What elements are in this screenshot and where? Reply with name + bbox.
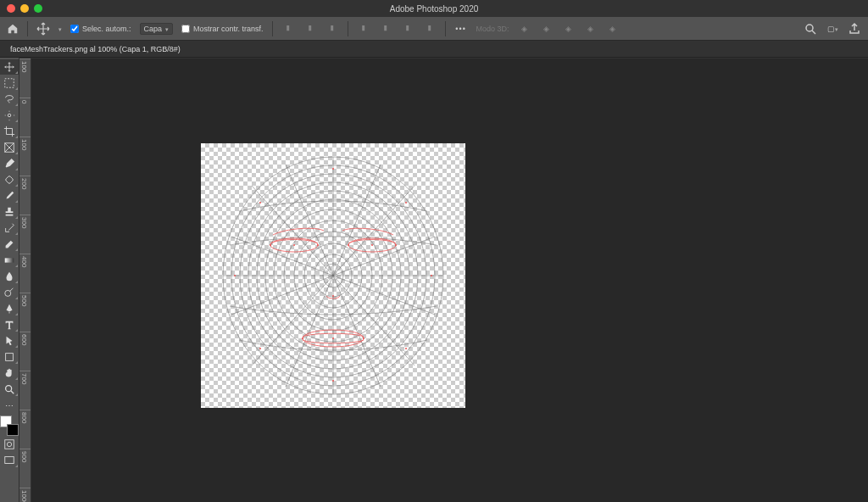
3d-icon-3: ◈ — [562, 22, 576, 36]
hand-tool[interactable] — [0, 365, 19, 381]
svg-point-6 — [5, 290, 11, 296]
svg-rect-4 — [5, 176, 14, 184]
svg-point-44 — [405, 348, 407, 349]
type-tool[interactable] — [0, 317, 19, 332]
move-tool[interactable] — [0, 59, 19, 75]
svg-point-2 — [8, 114, 11, 117]
auto-select-target[interactable]: Capa — [140, 23, 174, 35]
eyedropper-tool[interactable] — [0, 156, 19, 171]
svg-point-40 — [363, 337, 364, 339]
move-tool-icon — [36, 22, 50, 36]
svg-point-10 — [7, 442, 11, 446]
svg-point-30 — [431, 275, 432, 276]
svg-point-27 — [332, 168, 334, 170]
color-swatches[interactable] — [0, 416, 19, 436]
gradient-tool[interactable] — [0, 253, 19, 268]
svg-rect-7 — [6, 354, 14, 361]
svg-rect-9 — [5, 440, 14, 449]
marquee-tool[interactable] — [0, 75, 19, 91]
distribute-icon[interactable]: ⦀ — [423, 22, 437, 36]
path-select-tool[interactable] — [0, 333, 19, 349]
app-title: Adobe Photoshop 2020 — [0, 4, 868, 14]
brush-tool[interactable] — [0, 188, 19, 204]
align-middle-icon[interactable]: ⦀ — [379, 22, 392, 36]
3d-icon-1: ◈ — [518, 22, 531, 36]
lasso-tool[interactable] — [0, 92, 19, 107]
more-options-icon[interactable]: ••• — [454, 22, 468, 36]
share-icon[interactable] — [848, 22, 861, 36]
search-icon[interactable] — [804, 22, 817, 36]
blur-tool[interactable] — [0, 269, 19, 284]
svg-rect-11 — [5, 457, 14, 464]
quick-select-tool[interactable] — [0, 108, 19, 123]
crop-tool[interactable] — [0, 124, 19, 139]
home-icon[interactable] — [7, 23, 19, 35]
svg-point-28 — [332, 380, 334, 382]
show-transform-checkbox[interactable]: Mostrar contr. transf. — [181, 25, 264, 33]
eraser-tool[interactable] — [0, 237, 19, 252]
align-top-icon[interactable]: ⦀ — [357, 22, 370, 36]
3d-icon-5: ◈ — [606, 22, 620, 36]
quick-mask[interactable] — [0, 437, 19, 452]
healing-tool[interactable] — [0, 172, 19, 187]
align-bottom-icon[interactable]: ⦀ — [401, 22, 415, 36]
align-right-icon[interactable]: ⦀ — [326, 22, 339, 36]
zoom-tool[interactable] — [0, 382, 19, 397]
svg-point-33 — [332, 295, 334, 297]
screen-mode[interactable] — [0, 453, 19, 468]
svg-point-31 — [293, 244, 295, 246]
svg-point-43 — [259, 348, 261, 349]
history-brush-tool[interactable] — [0, 220, 19, 236]
svg-point-39 — [302, 337, 303, 339]
svg-point-38 — [395, 244, 397, 246]
svg-point-8 — [6, 386, 12, 392]
shape-tool[interactable] — [0, 349, 19, 365]
edit-toolbar[interactable]: ⋯ — [0, 398, 19, 413]
document-tab-bar: faceMeshTrackers.png al 100% (Capa 1, RG… — [0, 41, 868, 58]
svg-rect-1 — [5, 79, 14, 88]
svg-point-37 — [348, 244, 349, 246]
workspace-icon[interactable]: ▢ — [826, 22, 839, 36]
svg-point-35 — [270, 244, 271, 246]
svg-point-42 — [405, 202, 407, 204]
auto-select-checkbox[interactable]: Selec. autom.: — [70, 25, 131, 33]
titlebar: Adobe Photoshop 2020 — [0, 0, 868, 17]
viewport[interactable] — [31, 59, 868, 502]
tools-panel: ⋯ — [0, 58, 19, 502]
align-left-icon[interactable]: ⦀ — [281, 22, 295, 36]
canvas-area: 6005004003002001000100200300400500600700… — [19, 58, 868, 502]
svg-point-41 — [259, 202, 261, 204]
dodge-tool[interactable] — [0, 285, 19, 300]
document-tab[interactable]: faceMeshTrackers.png al 100% (Capa 1, RG… — [0, 42, 191, 56]
pen-tool[interactable] — [0, 301, 19, 316]
svg-point-0 — [806, 25, 813, 31]
svg-rect-5 — [5, 258, 14, 262]
stamp-tool[interactable] — [0, 204, 19, 220]
svg-point-34 — [332, 337, 334, 339]
3d-icon-4: ◈ — [584, 22, 598, 36]
3d-icon-2: ◈ — [540, 22, 554, 36]
mode-3d-label: Modo 3D: — [476, 25, 509, 33]
svg-point-32 — [371, 244, 373, 246]
align-center-icon[interactable]: ⦀ — [303, 22, 317, 36]
canvas[interactable] — [201, 143, 465, 408]
tool-preset-dropdown[interactable] — [58, 25, 62, 33]
svg-point-36 — [317, 244, 319, 246]
svg-point-29 — [234, 275, 236, 276]
options-bar: Selec. autom.: Capa Mostrar contr. trans… — [0, 17, 868, 41]
frame-tool[interactable] — [0, 140, 19, 155]
ruler-vertical: 100010020030040050060070080090010001100 — [19, 59, 31, 502]
